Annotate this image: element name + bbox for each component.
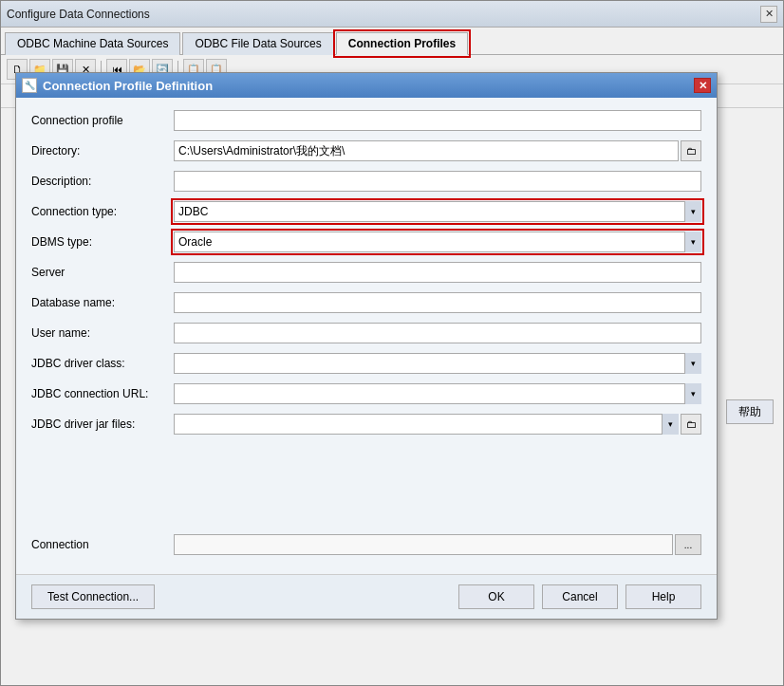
- tab-odbc-file[interactable]: ODBC File Data Sources: [182, 32, 333, 55]
- outer-title-bar: Configure Data Connections ✕: [1, 1, 783, 28]
- row-directory: Directory: 🗀: [31, 139, 701, 162]
- label-jdbc-driver-jar: JDBC driver jar files:: [31, 417, 174, 431]
- outer-close-button[interactable]: ✕: [760, 6, 777, 23]
- label-user-name: User name:: [31, 326, 174, 340]
- label-jdbc-connection-url: JDBC connection URL:: [31, 387, 174, 400]
- label-database-name: Database name:: [31, 296, 174, 309]
- input-connection-profile[interactable]: [174, 110, 701, 131]
- input-jdbc-connection-url[interactable]: [174, 383, 701, 404]
- dialog-body: Connection profile Directory: 🗀 Descript…: [16, 98, 717, 574]
- connection-label: Connection: [31, 538, 174, 551]
- input-description[interactable]: [174, 171, 701, 192]
- right-sidebar: 帮助: [726, 399, 774, 424]
- row-jdbc-connection-url: JDBC connection URL: ▾: [31, 382, 701, 405]
- label-jdbc-driver-class: JDBC driver class:: [31, 357, 174, 370]
- row-jdbc-driver-class: JDBC driver class: ▾: [31, 352, 701, 375]
- row-dbms-type: DBMS type: Oracle SQL Server MySQL DB2 S…: [31, 231, 701, 253]
- dialog-title-text: Connection Profile Definition: [43, 79, 213, 93]
- connection-browse-button[interactable]: ...: [675, 534, 701, 555]
- dialog-title-bar: 🔧 Connection Profile Definition ✕: [16, 73, 717, 98]
- jdbc-driver-jar-wrapper: ▾: [174, 414, 679, 435]
- jdbc-driver-jar-browse-button[interactable]: 🗀: [681, 414, 701, 435]
- outer-help-button[interactable]: 帮助: [726, 399, 774, 424]
- ok-button[interactable]: OK: [458, 584, 534, 609]
- outer-window: Configure Data Connections ✕ ODBC Machin…: [0, 0, 784, 686]
- jdbc-driver-jar-group: ▾ 🗀: [174, 414, 701, 435]
- connection-input-wrapper: ...: [174, 534, 701, 555]
- row-connection-profile: Connection profile: [31, 109, 701, 132]
- row-jdbc-driver-jar: JDBC driver jar files: ▾ 🗀: [31, 413, 701, 436]
- connection-profile-dialog: 🔧 Connection Profile Definition ✕ Connec…: [15, 72, 718, 620]
- input-server[interactable]: [174, 262, 701, 283]
- select-connection-type[interactable]: JDBC ODBC OLE DB SNC: [174, 201, 701, 222]
- tabs-bar: ODBC Machine Data Sources ODBC File Data…: [1, 28, 783, 55]
- cancel-button[interactable]: Cancel: [542, 584, 618, 609]
- label-server: Server: [31, 266, 174, 279]
- spacer: [31, 443, 701, 519]
- directory-input-group: 🗀: [174, 140, 701, 161]
- input-database-name[interactable]: [174, 292, 701, 313]
- directory-browse-button[interactable]: 🗀: [681, 140, 701, 161]
- dialog-icon: 🔧: [22, 78, 37, 93]
- footer-left: Test Connection...: [31, 584, 155, 609]
- help-button[interactable]: Help: [625, 584, 701, 609]
- jdbc-connection-url-wrapper: ▾: [174, 383, 701, 404]
- tab-odbc-machine[interactable]: ODBC Machine Data Sources: [5, 32, 180, 55]
- outer-title-text: Configure Data Connections: [7, 8, 150, 21]
- row-description: Description:: [31, 170, 701, 193]
- dialog-close-button[interactable]: ✕: [694, 78, 711, 93]
- dialog-footer: Test Connection... OK Cancel Help: [16, 574, 717, 619]
- label-dbms-type: DBMS type:: [31, 235, 174, 249]
- label-description: Description:: [31, 175, 174, 188]
- dbms-type-wrapper: Oracle SQL Server MySQL DB2 Sybase ▾: [174, 232, 701, 252]
- connection-type-wrapper: JDBC ODBC OLE DB SNC ▾: [174, 201, 701, 222]
- row-user-name: User name:: [31, 322, 701, 344]
- input-directory[interactable]: [174, 140, 679, 161]
- select-dbms-type[interactable]: Oracle SQL Server MySQL DB2 Sybase: [174, 232, 701, 252]
- footer-right: OK Cancel Help: [458, 584, 701, 609]
- jdbc-driver-class-wrapper: ▾: [174, 353, 701, 374]
- input-jdbc-driver-jar[interactable]: [174, 414, 679, 435]
- row-connection-type: Connection type: JDBC ODBC OLE DB SNC ▾: [31, 200, 701, 223]
- connection-area: Connection ...: [31, 534, 701, 555]
- input-connection[interactable]: [174, 534, 673, 555]
- dialog-title-content: 🔧 Connection Profile Definition: [22, 78, 213, 93]
- input-jdbc-driver-class[interactable]: [174, 353, 701, 374]
- label-connection-profile: Connection profile: [31, 114, 174, 127]
- label-connection-type: Connection type:: [31, 205, 174, 218]
- row-server: Server: [31, 261, 701, 284]
- test-connection-button[interactable]: Test Connection...: [31, 584, 155, 609]
- tab-connection-profiles[interactable]: Connection Profiles: [336, 32, 468, 55]
- label-directory: Directory:: [31, 144, 174, 158]
- input-user-name[interactable]: [174, 323, 701, 343]
- row-database-name: Database name:: [31, 291, 701, 314]
